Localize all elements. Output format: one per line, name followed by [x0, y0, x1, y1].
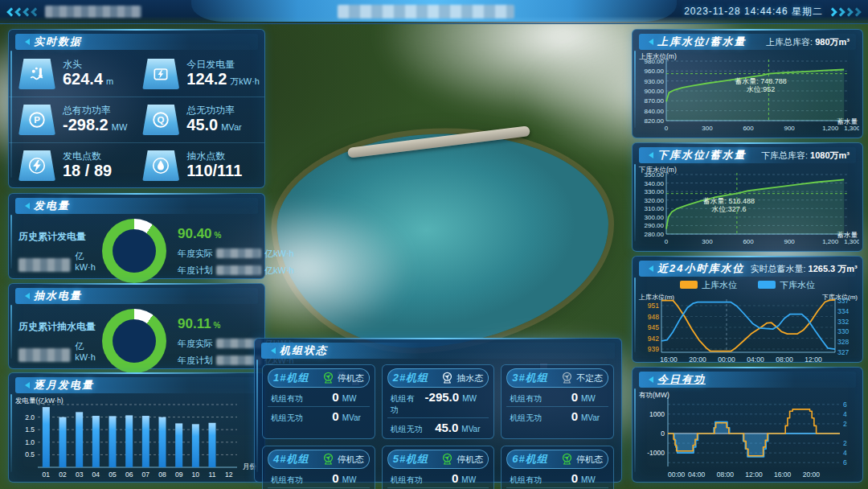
unit-active-power-row: 机组有功0MW: [268, 388, 370, 406]
svg-text:6: 6: [843, 458, 847, 466]
svg-text:332: 332: [837, 318, 849, 326]
svg-text:320.00: 320.00: [645, 197, 665, 204]
unit-header: 2#机组抽水态: [387, 368, 489, 388]
unit-header: 1#机组停机态: [268, 368, 370, 388]
monthly-bar-chart-svg: 2.01.51.00.5发电量(亿kW·h)010203040506070809…: [14, 395, 258, 480]
unit-card-1[interactable]: 1#机组停机态机组有功0MW机组无功0MVar: [262, 364, 375, 439]
unit-card-5[interactable]: 5#机组停机态机组有功0MW机组无功0MVar: [382, 446, 495, 489]
svg-text:16:00: 16:00: [660, 355, 678, 364]
svg-text:334: 334: [837, 307, 849, 315]
pump-icon: [440, 452, 454, 467]
stat-value: -298.2MW: [63, 116, 127, 134]
redacted-value: [18, 258, 71, 272]
legend-upper[interactable]: 上库水位: [680, 279, 737, 291]
unit-active-power-row: 机组有功0MW: [387, 469, 489, 487]
stat-reactive-power: Q总无功功率45.0MVar: [133, 97, 264, 142]
unit-status: 停机态: [321, 452, 364, 467]
units-grid: 1#机组停机态机组有功0MW机组无功0MVar2#机组抽水态机组有功-295.0…: [255, 359, 621, 489]
unit-name: 6#机组: [512, 452, 547, 466]
stat-unit: MW: [112, 122, 128, 132]
datetime: 2023-11-28 14:44:46 星期二: [684, 5, 823, 18]
percent-sign: %: [214, 321, 221, 330]
legend-lower-swatch: [758, 281, 776, 289]
unit-name: 3#机组: [512, 371, 547, 385]
chevrons-left-icon[interactable]: [8, 9, 39, 15]
svg-text:08: 08: [158, 471, 166, 479]
unit-header: 3#机组不定态: [506, 368, 608, 388]
svg-text:1,200: 1,200: [822, 238, 839, 245]
unit-status: 停机态: [440, 452, 483, 467]
stat-label: 今日发电量: [186, 60, 260, 70]
unit-status: 停机态: [321, 371, 364, 386]
unit-card-2[interactable]: 2#机组抽水态机组有功-295.0MW机组无功45.0MVar: [382, 364, 495, 439]
unit-active-power-row: 机组有功0MW: [506, 469, 608, 487]
svg-text:00:00: 00:00: [668, 471, 686, 479]
redacted-value: [18, 348, 71, 362]
unit-status: 不定态: [560, 371, 603, 386]
chevrons-right-icon[interactable]: [829, 9, 860, 15]
svg-text:水位:327.6: 水位:327.6: [711, 205, 746, 213]
svg-text:12:00: 12:00: [745, 471, 763, 479]
svg-text:下库水位(m): 下库水位(m): [638, 166, 677, 174]
unit-card-3[interactable]: 3#机组不定态机组有功0MW机组无功0MVar: [501, 364, 614, 439]
title-arrow-icon: [645, 265, 653, 272]
stat-value: 18 / 89: [63, 162, 112, 180]
panel-generation: 发电量 历史累计发电量 亿kW·h 90.40% 年度实际 亿kW·h 年度计划…: [8, 193, 265, 279]
row-value: 0: [571, 409, 578, 423]
stat-label: 总有功功率: [63, 105, 127, 116]
row-value: 0: [452, 471, 458, 485]
row-unit: MVar: [342, 413, 366, 422]
lower-reservoir-chart: 350.00340.00330.00320.00310.00300.00290.…: [633, 163, 862, 252]
svg-text:发电量(亿kW·h): 发电量(亿kW·h): [15, 397, 63, 405]
row-label: 机组无功: [510, 413, 542, 424]
legend-upper-label: 上库水位: [702, 280, 737, 290]
svg-text:960.00: 960.00: [645, 68, 665, 75]
row-label: 机组无功: [271, 413, 303, 424]
pumping-percent: 90.11: [178, 316, 211, 331]
unit-active-power-row: 机组有功0MW: [506, 388, 608, 406]
svg-text:0: 0: [661, 429, 665, 438]
unit-status: 抽水态: [440, 371, 483, 386]
svg-text:20:00: 20:00: [689, 355, 706, 364]
stat-label: 总无功功率: [186, 105, 241, 116]
svg-text:Q: Q: [158, 115, 165, 125]
row-unit: MW: [342, 394, 366, 403]
stat-label: 发电点数: [63, 151, 112, 162]
legend-lower[interactable]: 下库水位: [758, 279, 815, 291]
svg-text:330: 330: [837, 327, 849, 335]
unit-active-power-row: 机组有功-295.0MW: [387, 388, 489, 417]
svg-text:12: 12: [225, 471, 233, 479]
title-arrow-icon: [645, 376, 653, 383]
row-value: -295.0: [425, 390, 460, 404]
unit-card-6[interactable]: 6#机组停机态机组有功0MW机组无功0MVar: [501, 446, 614, 489]
svg-text:939: 939: [648, 345, 659, 353]
svg-text:03: 03: [76, 471, 84, 479]
unit-reactive-power-row: 机组无功0MVar: [268, 406, 370, 425]
unit-card-4[interactable]: 4#机组停机态机组有功0MW机组无功0MVar: [262, 446, 375, 489]
unit-reactive-power-row: 机组无功45.0MVar: [387, 417, 489, 437]
history-pumping-label: 历史累计抽水电量: [18, 320, 97, 334]
dashboard: 2023-11-28 14:44:46 星期二 实时数据 水头624.4m今日发…: [0, 0, 868, 489]
pump-points-icon: [142, 150, 179, 181]
panel-title: 今日有功: [657, 372, 706, 387]
svg-text:10: 10: [192, 471, 200, 479]
annual-actual-label: 年度实际: [178, 248, 213, 260]
today-power-chart: 64224610000-100000:0004:0008:0012:0016:0…: [633, 388, 862, 483]
svg-text:0: 0: [665, 238, 669, 245]
svg-text:1.0: 1.0: [25, 438, 35, 446]
panel-realtime-data: 实时数据 水头624.4m今日发电量124.2万kW·hP总有功功率-298.2…: [8, 29, 265, 188]
unit-name: 4#机组: [273, 452, 309, 466]
stat-value: 110/111: [186, 162, 242, 180]
row-unit: MW: [461, 475, 485, 484]
svg-text:04:00: 04:00: [747, 355, 764, 364]
unit-name: 2#机组: [393, 371, 428, 385]
row-unit: MW: [462, 394, 485, 403]
stat-value: 124.2万kW·h: [186, 70, 260, 88]
title-arrow-icon: [22, 293, 30, 299]
row-value: 0: [332, 471, 338, 485]
row-label: 机组有功: [510, 475, 542, 486]
svg-text:340.00: 340.00: [645, 180, 665, 187]
row-unit: MVar: [461, 425, 485, 434]
svg-text:上库水位(m): 上库水位(m): [638, 294, 674, 301]
total-storage-value: 1265.3 万m³: [809, 264, 858, 273]
